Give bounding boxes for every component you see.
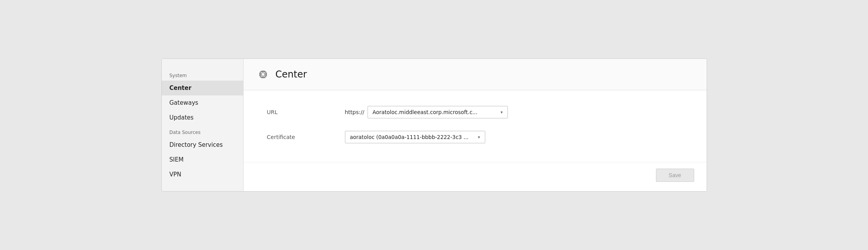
save-button[interactable]: Save [656, 169, 694, 182]
certificate-dropdown[interactable]: aoratoloc (0a0a0a0a-1111-bbbb-2222-3c3 .… [345, 131, 485, 143]
chevron-down-icon: ▾ [478, 135, 480, 140]
sidebar-item-siem[interactable]: SIEM [162, 152, 243, 167]
page-title: Center [276, 69, 307, 80]
form-area: URL https:// Aoratoloc.middleeast.corp.m… [244, 90, 707, 162]
sidebar-item-updates[interactable]: Updates [162, 110, 243, 125]
svg-rect-0 [260, 72, 266, 77]
chip-icon [256, 67, 270, 81]
url-dropdown[interactable]: Aoratoloc.middleeast.corp.microsoft.c...… [368, 106, 508, 118]
page-header: Center [244, 59, 707, 90]
data-sources-section-label: Data Sources [162, 125, 243, 137]
main-content: Center URL https:// Aoratoloc.middleeast… [244, 59, 707, 191]
sidebar-item-directory-services[interactable]: Directory Services [162, 137, 243, 152]
url-label: URL [267, 109, 345, 115]
url-row: URL https:// Aoratoloc.middleeast.corp.m… [267, 106, 683, 118]
sidebar-item-vpn[interactable]: VPN [162, 167, 243, 182]
sidebar-item-gateways[interactable]: Gateways [162, 95, 243, 110]
footer: Save [244, 162, 707, 191]
app-window: System Center Gateways Updates Data Sour… [161, 58, 707, 192]
svg-rect-1 [262, 73, 265, 76]
sidebar-item-center[interactable]: Center [162, 81, 243, 95]
certificate-dropdown-value: aoratoloc (0a0a0a0a-1111-bbbb-2222-3c3 .… [350, 134, 474, 140]
system-section-label: System [162, 68, 243, 81]
certificate-row: Certificate aoratoloc (0a0a0a0a-1111-bbb… [267, 131, 683, 143]
url-dropdown-value: Aoratoloc.middleeast.corp.microsoft.c... [373, 109, 497, 115]
certificate-label: Certificate [267, 134, 345, 140]
sidebar: System Center Gateways Updates Data Sour… [162, 59, 244, 191]
url-group: https:// Aoratoloc.middleeast.corp.micro… [345, 106, 508, 118]
chevron-down-icon: ▾ [500, 110, 503, 115]
url-prefix: https:// [345, 109, 364, 115]
